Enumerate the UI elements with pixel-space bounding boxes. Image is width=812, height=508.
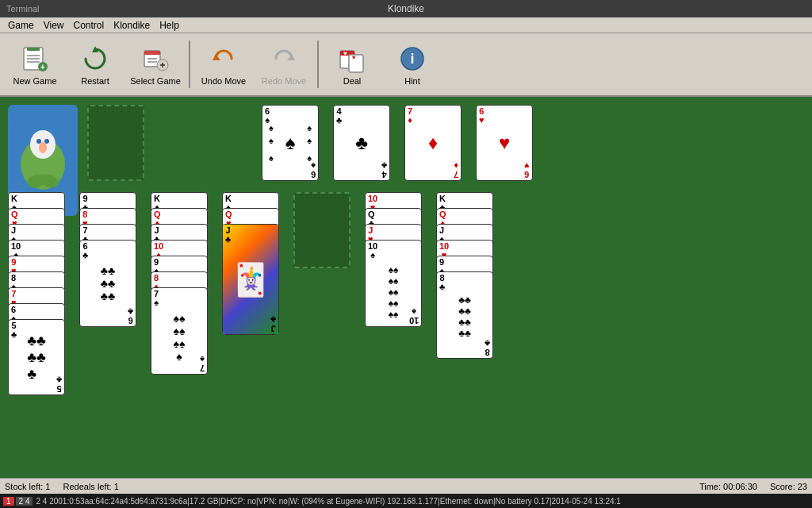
redo-button[interactable]: Redo Move <box>255 37 312 92</box>
svg-rect-9 <box>144 51 160 55</box>
svg-text:♥: ♥ <box>352 54 356 61</box>
stock-left: Stock left: 1 <box>5 482 50 491</box>
tableau-col-5-empty[interactable] <box>293 192 350 268</box>
undo-label: Undo Move <box>201 76 246 86</box>
restart-button[interactable]: Restart <box>67 37 124 92</box>
game-area: 6♠ ♠ 6♠ ♠ ♠ ♠ ♠ ♠ ♠ 4♣ ♣ 4♣ <box>0 97 812 478</box>
score: Score: 23 <box>770 482 807 491</box>
statusbar: Stock left: 1 Redeals left: 1 Time: 00:0… <box>0 478 812 494</box>
select-game-label: Select Game <box>130 76 181 86</box>
select-game-button[interactable]: Select Game <box>127 37 184 92</box>
titlebar: Terminal Klondike <box>0 0 812 17</box>
toolbar-separator-1 <box>189 40 190 88</box>
undo-button[interactable]: Undo Move <box>195 37 252 92</box>
hint-button[interactable]: i Hint <box>384 37 441 92</box>
redo-label: Redo Move <box>262 76 306 86</box>
hint-label: Hint <box>404 76 420 86</box>
restart-label: Restart <box>81 76 109 86</box>
redo-icon <box>268 43 300 75</box>
deal-label: Deal <box>343 76 362 86</box>
undo-icon <box>208 43 239 75</box>
svg-rect-20 <box>349 55 363 72</box>
menu-klondike[interactable]: Klondike <box>109 20 155 31</box>
svg-text:i: i <box>410 51 414 67</box>
deal-button[interactable]: ♥ ♥ Deal <box>324 37 381 92</box>
menu-help[interactable]: Help <box>155 20 184 31</box>
foundation-3[interactable]: 7♦ ♦ 7♦ <box>404 105 462 181</box>
hint-icon: i <box>396 43 428 75</box>
svg-point-30 <box>39 142 47 153</box>
menu-control[interactable]: Control <box>68 20 109 31</box>
svg-rect-1 <box>27 48 40 51</box>
svg-text:+: + <box>40 63 45 71</box>
toolbar: + New Game Restart Select G <box>0 33 812 97</box>
window-title: Klondike <box>388 3 424 14</box>
select-game-icon <box>140 43 171 75</box>
new-game-button[interactable]: + New Game <box>6 37 63 92</box>
new-game-icon: + <box>19 43 51 75</box>
svg-text:♥: ♥ <box>343 50 347 57</box>
new-game-label: New Game <box>13 76 56 86</box>
time: Time: 00:06:30 <box>699 482 757 491</box>
foundation-1[interactable]: 6♠ ♠ 6♠ ♠ ♠ ♠ ♠ ♠ ♠ <box>262 105 319 181</box>
foundation-2[interactable]: 4♣ ♣ 4♣ <box>333 105 390 181</box>
deal-icon: ♥ ♥ <box>336 43 368 75</box>
menubar: Game View Control Klondike Help <box>0 17 812 33</box>
workspace-2[interactable]: 2 4 <box>16 497 33 506</box>
workspace-1[interactable]: 1 <box>3 497 14 506</box>
menu-view[interactable]: View <box>39 20 69 31</box>
foundation-4[interactable]: 6♥ ♥ 6♥ <box>476 105 533 181</box>
restart-icon <box>79 43 111 75</box>
redeals-left: Redeals left: 1 <box>63 482 118 491</box>
svg-point-28 <box>36 139 41 144</box>
toolbar-separator-2 <box>317 40 319 88</box>
waste-pile[interactable] <box>87 105 144 181</box>
svg-point-29 <box>44 139 49 144</box>
system-status: 2 4 2001:0:53aa:64c:24a4:5d64:a731:9c6a|… <box>36 497 620 506</box>
menu-game[interactable]: Game <box>3 20 39 31</box>
terminal-label: Terminal <box>6 4 40 13</box>
statusbar-bottom: 1 2 4 2 4 2001:0:53aa:64c:24a4:5d64:a731… <box>0 494 812 508</box>
